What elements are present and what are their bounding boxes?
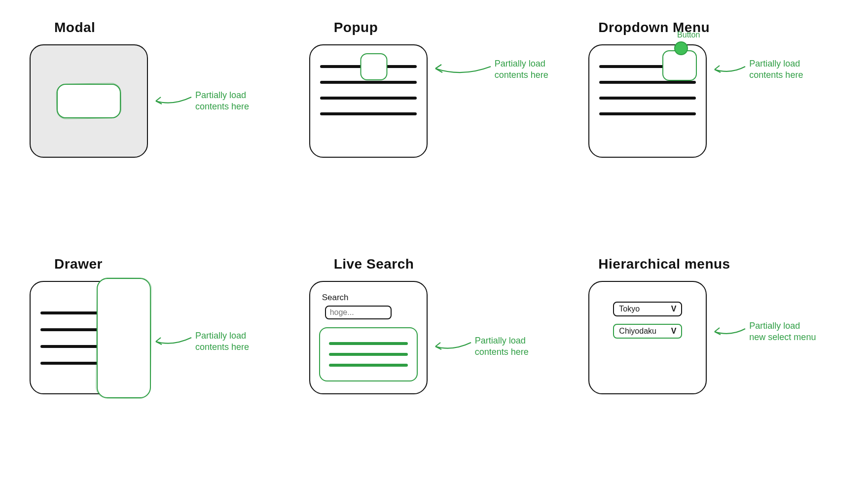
pattern-live-search: Live Search Search Partially load conten… <box>309 256 559 463</box>
content-line <box>320 97 417 100</box>
content-line <box>320 112 417 115</box>
drawer-annotation-text: Partially load contents here <box>195 330 249 352</box>
drawer-annotation: Partially load contents here <box>153 330 249 352</box>
chevron-down-icon: V <box>671 305 677 313</box>
arrow-left-icon <box>433 60 492 79</box>
pattern-popup: Popup Partially load contents here <box>309 20 559 227</box>
live-search-title: Live Search <box>334 256 414 272</box>
live-search-annotation: Partially load contents here <box>433 335 529 357</box>
search-results-panel[interactable] <box>319 327 418 381</box>
search-label: Search <box>322 293 349 303</box>
pattern-drawer: Drawer Partially load contents here <box>30 256 280 463</box>
dropdown-annotation: Partially load contents here <box>712 58 803 80</box>
select-level-1[interactable]: Tokyo V <box>613 302 682 316</box>
select-level-1-value: Tokyo <box>619 305 640 313</box>
popup-overlay[interactable] <box>360 53 387 80</box>
content-line <box>599 81 696 84</box>
pattern-dropdown: Dropdown Menu Button Partially load co <box>588 20 838 227</box>
drawer-panel <box>30 281 148 394</box>
result-line <box>329 342 408 345</box>
pattern-hierarchical: Hierarchical menus Tokyo V Chiyodaku V P… <box>588 256 838 463</box>
drawer-side-panel[interactable] <box>97 278 151 398</box>
dropdown-annotation-text: Partially load contents here <box>749 58 803 80</box>
popup-title: Popup <box>334 20 378 35</box>
arrow-left-icon <box>712 60 746 79</box>
popup-annotation-text: Partially load contents here <box>495 58 548 80</box>
modal-title: Modal <box>54 20 95 35</box>
popup-panel <box>309 44 428 158</box>
modal-panel <box>30 44 148 158</box>
result-line <box>329 364 408 367</box>
dropdown-panel: Button <box>588 44 707 158</box>
select-level-2-value: Chiyodaku <box>619 327 656 336</box>
arrow-left-icon <box>153 332 192 351</box>
hierarchical-title: Hierarchical menus <box>598 256 730 272</box>
live-search-panel: Search <box>309 281 428 394</box>
select-level-2[interactable]: Chiyodaku V <box>613 324 682 339</box>
modal-dialog[interactable] <box>57 84 121 118</box>
hierarchical-panel: Tokyo V Chiyodaku V <box>588 281 707 394</box>
pattern-modal: Modal Partially load contents here <box>30 20 280 227</box>
popup-annotation: Partially load contents here <box>433 58 548 80</box>
content-line <box>599 112 696 115</box>
arrow-left-icon <box>712 322 746 342</box>
search-input[interactable] <box>325 306 392 319</box>
drawer-title: Drawer <box>54 256 103 272</box>
hierarchical-annotation-text: Partially load new select menu <box>749 320 816 343</box>
live-search-annotation-text: Partially load contents here <box>475 335 529 357</box>
content-line <box>599 97 696 100</box>
modal-annotation-text: Partially load contents here <box>195 90 249 112</box>
arrow-left-icon <box>433 337 472 356</box>
modal-annotation: Partially load contents here <box>153 90 249 112</box>
hierarchical-annotation: Partially load new select menu <box>712 320 816 343</box>
arrow-left-icon <box>153 91 192 111</box>
chevron-down-icon: V <box>671 327 677 336</box>
dropdown-button-label: Button <box>677 31 700 39</box>
result-line <box>329 353 408 356</box>
content-line <box>320 81 417 84</box>
